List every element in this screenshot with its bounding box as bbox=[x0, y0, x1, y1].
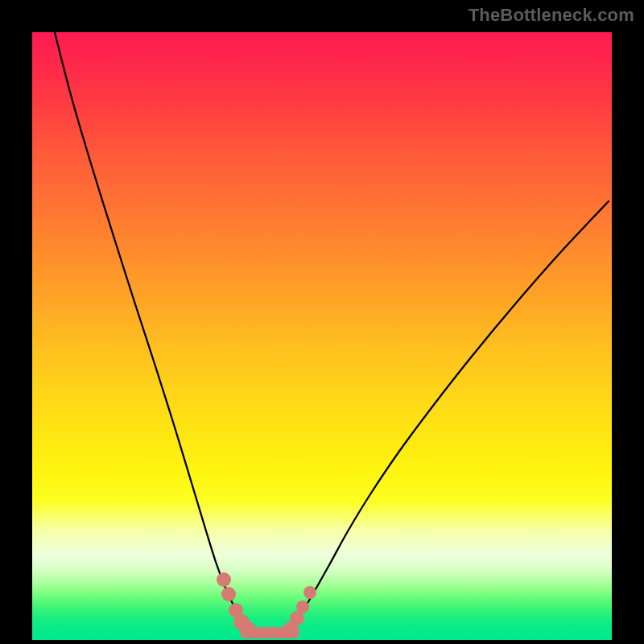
plot-area bbox=[32, 32, 612, 640]
curves-layer bbox=[32, 32, 612, 640]
marker-dot bbox=[296, 601, 309, 613]
curve-left bbox=[55, 32, 250, 630]
marker-dot bbox=[217, 572, 231, 587]
curve-right bbox=[290, 201, 609, 630]
watermark-text: TheBottleneck.com bbox=[469, 5, 634, 26]
marker-dot bbox=[303, 586, 316, 599]
marker-dot bbox=[240, 621, 256, 638]
marker-dot bbox=[221, 587, 236, 601]
chart-frame: TheBottleneck.com bbox=[0, 0, 644, 644]
